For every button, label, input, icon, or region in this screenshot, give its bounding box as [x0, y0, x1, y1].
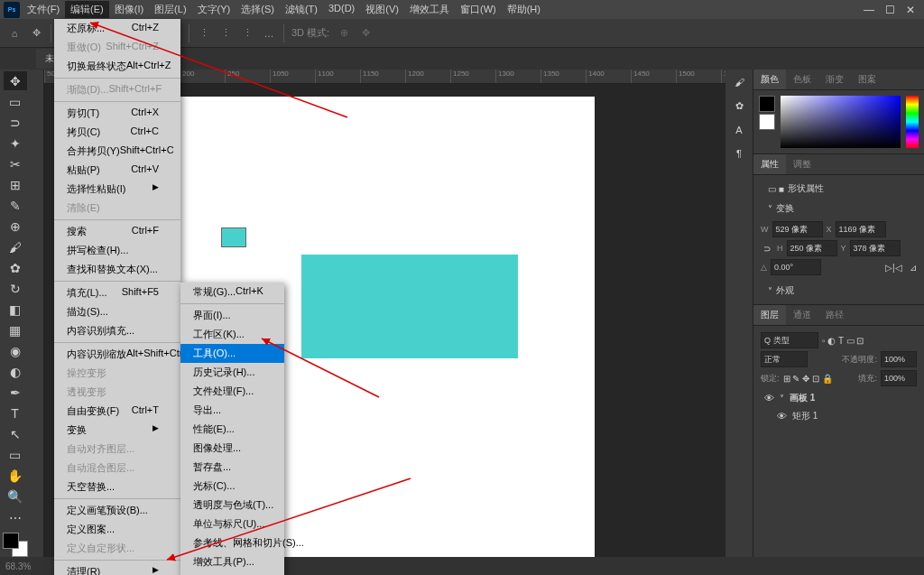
panel-tab[interactable]: 颜色 [753, 70, 786, 89]
menu-item[interactable]: 工作区(K)... [180, 325, 284, 344]
menu-item[interactable]: 描边(S)... [54, 302, 180, 321]
menu-item[interactable]: 填充(L)...Shift+F5 [54, 283, 180, 302]
panel-tab[interactable]: 渐变 [818, 70, 851, 89]
eyedropper-tool[interactable]: ✎ [4, 196, 27, 215]
menu-item[interactable]: 切换最终状态Alt+Ctrl+Z [54, 57, 180, 76]
x-input[interactable] [836, 221, 886, 237]
visibility-icon[interactable]: 👁 [777, 411, 787, 422]
color-field[interactable] [781, 96, 901, 148]
menu-item[interactable]: 内容识别填充... [54, 321, 180, 340]
menu-item[interactable]: 透视变形 [54, 383, 180, 402]
menu-item[interactable]: 光标(C)... [180, 477, 284, 496]
menu-编辑[interactable]: 编辑(E) [65, 1, 109, 18]
maximize-icon[interactable]: ☐ [885, 4, 895, 16]
color-panel[interactable] [753, 90, 924, 153]
menu-item[interactable]: 单位与标尺(U)... [180, 515, 284, 533]
menu-文件[interactable]: 文件(F) [22, 1, 65, 18]
close-icon[interactable]: ✕ [906, 4, 915, 16]
menu-item[interactable]: 定义图案... [54, 520, 180, 539]
hue-slider[interactable] [906, 96, 919, 148]
panel-tab[interactable]: 路径 [818, 305, 851, 325]
opacity-input[interactable] [881, 351, 917, 367]
panel-tab[interactable]: 通道 [786, 305, 818, 325]
artboard-row[interactable]: 👁 ˅ 画板 1 [761, 389, 917, 407]
menu-滤镜[interactable]: 滤镜(T) [280, 1, 323, 18]
rectangle-shape[interactable] [301, 255, 518, 358]
menu-item[interactable]: 透明度与色域(T)... [180, 496, 284, 515]
menu-item[interactable]: 文件处理(F)... [180, 382, 284, 401]
paragraph-panel-icon[interactable]: ¶ [736, 148, 742, 159]
hand-tool[interactable]: ✋ [4, 467, 27, 486]
heal-tool[interactable]: ⊕ [4, 217, 27, 236]
distribute-icon[interactable]: ⋮ [218, 26, 233, 41]
menu-item[interactable]: 拼写检查(H)... [54, 241, 180, 260]
layer-row[interactable]: 👁 矩形 1 [761, 407, 917, 425]
path-tool[interactable]: ↖ [4, 425, 27, 444]
zoom-tool[interactable]: 🔍 [4, 487, 27, 506]
move-tool[interactable]: ✥ [4, 71, 27, 90]
menu-item[interactable]: 粘贴(P)Ctrl+V [54, 161, 180, 180]
menu-item[interactable]: 天空替换... [54, 478, 180, 496]
crop-tool[interactable]: ✂ [4, 154, 27, 173]
blur-tool[interactable]: ◉ [4, 342, 27, 361]
menu-item[interactable]: 清理(R)▶ [54, 562, 180, 575]
type-tool[interactable]: T [4, 404, 27, 423]
menu-选择[interactable]: 选择(S) [236, 1, 280, 18]
menu-item[interactable]: 增效工具(P)... [180, 552, 284, 571]
wand-tool[interactable]: ✦ [4, 134, 27, 153]
menu-图层[interactable]: 图层(L) [149, 1, 191, 18]
menu-增效工具[interactable]: 增效工具 [404, 1, 455, 18]
menu-文字[interactable]: 文字(Y) [192, 1, 236, 18]
menu-item[interactable]: 清除(E) [54, 199, 180, 218]
menu-item[interactable]: 内容识别缩放Alt+Shift+Ctrl+C [54, 345, 180, 364]
blend-mode[interactable] [761, 351, 808, 367]
layer-filter[interactable] [761, 332, 818, 348]
menu-item[interactable]: 定义自定形状... [54, 539, 180, 558]
menu-item[interactable]: 界面(I)... [180, 306, 284, 325]
fill-input[interactable] [881, 370, 917, 386]
menu-item[interactable]: 自由变换(F)Ctrl+T [54, 402, 180, 421]
menu-item[interactable]: 合并拷贝(Y)Shift+Ctrl+C [54, 142, 180, 161]
menu-帮助[interactable]: 帮助(H) [502, 1, 546, 18]
clone-panel-icon[interactable]: ✿ [735, 100, 744, 112]
panel-tab[interactable]: 调整 [786, 154, 818, 174]
stamp-tool[interactable]: ✿ [4, 258, 27, 277]
menu-item[interactable]: 重做(O)Shift+Ctrl+Z [54, 38, 180, 57]
move-tool-icon[interactable]: ✥ [29, 26, 43, 41]
shape-tool[interactable]: ▭ [4, 446, 27, 465]
menu-3d[interactable]: 3D(D) [323, 1, 360, 18]
menu-item[interactable]: 文字(Y)... [180, 571, 284, 575]
menu-item[interactable]: 还原标...Ctrl+Z [54, 19, 180, 38]
frame-tool[interactable]: ⊞ [4, 175, 27, 194]
menu-item[interactable]: 暂存盘... [180, 458, 284, 477]
brush-panel-icon[interactable]: 🖌 [735, 77, 744, 88]
menu-item[interactable]: 变换▶ [54, 421, 180, 440]
panel-tab[interactable]: 图案 [851, 70, 883, 89]
menu-item[interactable]: 渐隐(D)...Shift+Ctrl+F [54, 80, 180, 99]
zoom-level[interactable]: 68.3% [5, 561, 31, 571]
menu-item[interactable]: 自动对齐图层... [54, 440, 180, 459]
history-brush-tool[interactable]: ↻ [4, 279, 27, 298]
gradient-tool[interactable]: ▦ [4, 321, 27, 340]
lasso-tool[interactable]: ⊃ [4, 113, 27, 132]
menu-item[interactable]: 导出... [180, 401, 284, 420]
menu-item[interactable]: 性能(E)... [180, 420, 284, 439]
menu-item[interactable]: 拷贝(C)Ctrl+C [54, 123, 180, 142]
menu-item[interactable]: 图像处理... [180, 439, 284, 458]
menu-item[interactable]: 剪切(T)Ctrl+X [54, 104, 180, 123]
menu-视图[interactable]: 视图(V) [360, 1, 404, 18]
edit-toolbar[interactable]: ⋯ [4, 508, 27, 527]
panel-tab[interactable]: 图层 [753, 305, 786, 325]
dodge-tool[interactable]: ◐ [4, 363, 27, 382]
menu-item[interactable]: 操控变形 [54, 364, 180, 383]
menu-item[interactable]: 选择性粘贴(I)▶ [54, 180, 180, 199]
bg-color[interactable] [759, 114, 775, 130]
minimize-icon[interactable]: — [864, 4, 874, 16]
menu-item[interactable]: 参考线、网格和切片(S)... [180, 533, 284, 552]
width-input[interactable] [772, 221, 823, 237]
menu-item[interactable]: 定义画笔预设(B)... [54, 501, 180, 520]
more-icon[interactable]: … [262, 26, 276, 41]
menu-item[interactable]: 历史记录(H)... [180, 363, 284, 382]
menu-item[interactable]: 查找和替换文本(X)... [54, 260, 180, 279]
menu-item[interactable]: 自动混合图层... [54, 459, 180, 478]
